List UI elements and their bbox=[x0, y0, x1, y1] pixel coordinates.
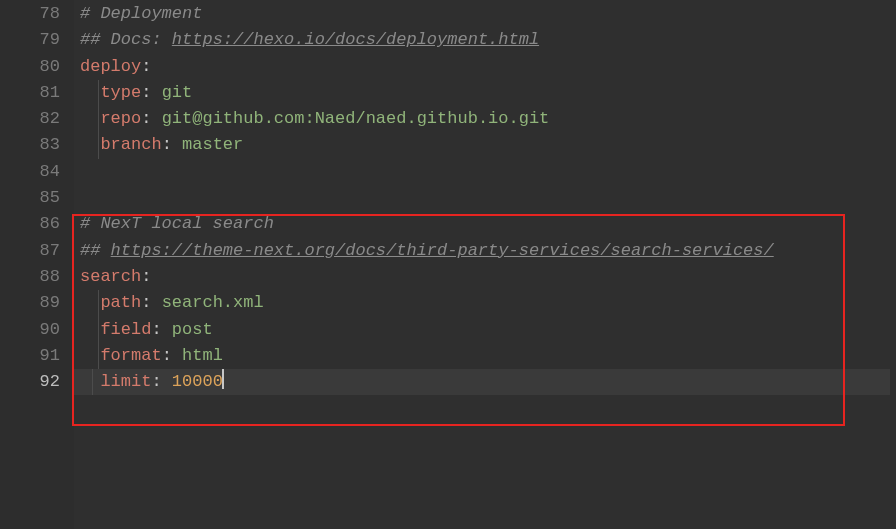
colon: : bbox=[141, 293, 161, 312]
line-number: 82 bbox=[0, 106, 60, 132]
colon: : bbox=[151, 320, 171, 339]
line-number: 92 bbox=[0, 369, 60, 395]
yaml-key: format bbox=[100, 346, 161, 365]
code-line[interactable]: ## https://theme-next.org/docs/third-par… bbox=[80, 238, 896, 264]
yaml-value: html bbox=[182, 346, 223, 365]
code-line[interactable]: path: search.xml bbox=[80, 290, 896, 316]
indent-guide bbox=[98, 290, 99, 316]
code-line[interactable] bbox=[80, 185, 896, 211]
code-line[interactable]: # Deployment bbox=[80, 1, 896, 27]
line-number: 88 bbox=[0, 264, 60, 290]
code-line[interactable]: field: post bbox=[80, 317, 896, 343]
yaml-value: git bbox=[162, 83, 193, 102]
indent-guide bbox=[98, 132, 99, 158]
colon: : bbox=[162, 135, 182, 154]
colon: : bbox=[141, 109, 161, 128]
line-number: 90 bbox=[0, 317, 60, 343]
yaml-value: 10000 bbox=[172, 372, 223, 391]
yaml-key: branch bbox=[100, 135, 161, 154]
indent-guide bbox=[92, 369, 93, 395]
line-number: 80 bbox=[0, 54, 60, 80]
yaml-value: master bbox=[182, 135, 243, 154]
code-line[interactable]: ## Docs: https://hexo.io/docs/deployment… bbox=[80, 27, 896, 53]
yaml-value: search.xml bbox=[162, 293, 264, 312]
line-number: 89 bbox=[0, 290, 60, 316]
indent-guide bbox=[98, 343, 99, 369]
comment-text: # NexT local search bbox=[80, 214, 274, 233]
colon: : bbox=[141, 267, 151, 286]
yaml-key: field bbox=[100, 320, 151, 339]
code-line[interactable]: format: html bbox=[80, 343, 896, 369]
code-line[interactable]: search: bbox=[80, 264, 896, 290]
yaml-key: repo bbox=[100, 109, 141, 128]
code-line[interactable]: limit: 10000 bbox=[74, 369, 890, 395]
code-line[interactable]: branch: master bbox=[80, 132, 896, 158]
line-number: 85 bbox=[0, 185, 60, 211]
code-line[interactable]: # NexT local search bbox=[80, 211, 896, 237]
indent-guide bbox=[98, 106, 99, 132]
line-number: 84 bbox=[0, 159, 60, 185]
comment-text: ## Docs: bbox=[80, 30, 172, 49]
indent-guide bbox=[98, 80, 99, 106]
line-number: 91 bbox=[0, 343, 60, 369]
line-number: 78 bbox=[0, 1, 60, 27]
colon: : bbox=[141, 57, 151, 76]
colon: : bbox=[151, 372, 171, 391]
code-editor[interactable]: 78 79 80 81 82 83 84 85 86 87 88 89 90 9… bbox=[0, 0, 896, 529]
yaml-key: deploy bbox=[80, 57, 141, 76]
comment-text: ## bbox=[80, 241, 111, 260]
code-line[interactable]: repo: git@github.com:Naed/naed.github.io… bbox=[80, 106, 896, 132]
yaml-key: limit bbox=[100, 372, 151, 391]
line-number: 86 bbox=[0, 211, 60, 237]
yaml-key: path bbox=[100, 293, 141, 312]
line-number: 79 bbox=[0, 27, 60, 53]
code-line[interactable]: deploy: bbox=[80, 54, 896, 80]
colon: : bbox=[162, 346, 182, 365]
code-line[interactable] bbox=[80, 159, 896, 185]
indent-guide bbox=[98, 317, 99, 343]
yaml-key: type bbox=[100, 83, 141, 102]
line-number-gutter: 78 79 80 81 82 83 84 85 86 87 88 89 90 9… bbox=[0, 0, 74, 529]
code-area[interactable]: # Deployment ## Docs: https://hexo.io/do… bbox=[74, 0, 896, 529]
code-line[interactable]: type: git bbox=[80, 80, 896, 106]
yaml-key: search bbox=[80, 267, 141, 286]
comment-text: # Deployment bbox=[80, 4, 202, 23]
comment-url: https://theme-next.org/docs/third-party-… bbox=[111, 241, 774, 260]
comment-url: https://hexo.io/docs/deployment.html bbox=[172, 30, 539, 49]
line-number: 83 bbox=[0, 132, 60, 158]
line-number: 87 bbox=[0, 238, 60, 264]
yaml-value: git@github.com:Naed/naed.github.io.git bbox=[162, 109, 550, 128]
text-cursor bbox=[222, 369, 224, 389]
line-number: 81 bbox=[0, 80, 60, 106]
colon: : bbox=[141, 83, 161, 102]
yaml-value: post bbox=[172, 320, 213, 339]
